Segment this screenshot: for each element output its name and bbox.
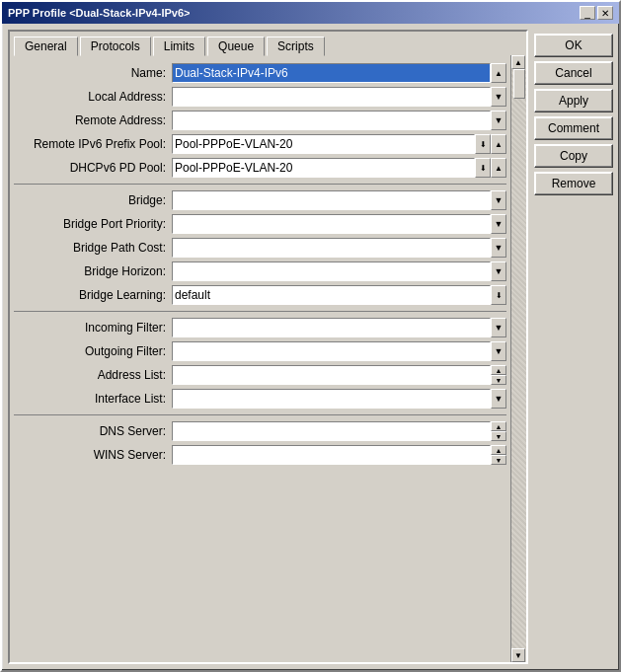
remote-address-dropdown[interactable]: ▼ [491, 111, 506, 130]
dns-server-input[interactable] [172, 421, 491, 441]
tab-scripts[interactable]: Scripts [267, 37, 325, 56]
remote-address-wrapper: ▼ [172, 111, 506, 130]
bridge-dropdown[interactable]: ▼ [491, 190, 506, 210]
name-input[interactable] [172, 63, 491, 83]
copy-button[interactable]: Copy [534, 144, 613, 168]
scrollbar: ▲ ▼ [510, 55, 526, 662]
interface-list-label: Interface List: [14, 392, 172, 406]
tab-limits[interactable]: Limits [153, 37, 205, 56]
bridge-port-priority-dropdown-icon: ▼ [495, 219, 504, 229]
remove-button[interactable]: Remove [534, 172, 613, 195]
address-list-up-btn[interactable]: ▲ [491, 365, 506, 375]
dns-server-down-icon: ▼ [496, 433, 503, 440]
name-up-btn[interactable]: ▲ [491, 63, 506, 83]
bridge-port-priority-wrapper: ▼ [172, 214, 506, 234]
remote-address-row: Remote Address: ▼ [14, 111, 506, 130]
incoming-filter-dropdown-icon: ▼ [495, 323, 504, 333]
window-title: PPP Profile <Dual-Stack-IPv4-IPv6> [8, 7, 190, 19]
separator-1 [14, 184, 506, 185]
remote-ipv6-up-btn[interactable]: ▲ [491, 134, 506, 154]
wins-server-up-btn[interactable]: ▲ [491, 445, 506, 455]
bridge-input[interactable] [172, 190, 491, 210]
dns-server-up-btn[interactable]: ▲ [491, 421, 506, 431]
outgoing-filter-input[interactable] [172, 341, 491, 361]
close-button[interactable]: ✕ [597, 6, 613, 20]
outgoing-filter-dropdown-icon: ▼ [495, 346, 504, 356]
separator-2 [14, 311, 506, 312]
bridge-horizon-row: Bridge Horizon: ▼ [14, 261, 506, 281]
bridge-port-priority-input[interactable] [172, 214, 491, 234]
address-list-down-icon: ▼ [496, 377, 503, 384]
interface-list-dropdown-icon: ▼ [495, 394, 504, 404]
bridge-row: Bridge: ▼ [14, 190, 506, 210]
interface-list-dropdown[interactable]: ▼ [491, 389, 506, 409]
remote-address-input[interactable] [172, 111, 491, 130]
wins-server-input[interactable] [172, 445, 491, 465]
local-address-wrapper: ▼ [172, 87, 506, 107]
tab-panel: Name: ▲ Local Address: [10, 55, 526, 662]
dns-server-row: DNS Server: ▲ ▼ [14, 421, 506, 441]
address-list-row: Address List: ▲ ▼ [14, 365, 506, 385]
bridge-wrapper: ▼ [172, 190, 506, 210]
bridge-learning-wrapper: ⬇ [172, 285, 506, 305]
address-list-down-btn[interactable]: ▼ [491, 375, 506, 385]
bridge-learning-dropdown[interactable]: ⬇ [491, 285, 506, 305]
scroll-down-btn[interactable]: ▼ [511, 648, 525, 662]
cancel-button[interactable]: Cancel [534, 61, 613, 85]
bridge-port-priority-row: Bridge Port Priority: ▼ [14, 214, 506, 234]
outgoing-filter-wrapper: ▼ [172, 341, 506, 361]
address-list-input[interactable] [172, 365, 491, 385]
bridge-horizon-dropdown[interactable]: ▼ [491, 261, 506, 281]
minimize-button[interactable]: _ [580, 6, 595, 20]
dhcpv6-up-btn[interactable]: ▲ [491, 158, 506, 178]
dhcpv6-dropdown-icon: ⬇ [480, 164, 487, 173]
title-buttons: _ ✕ [580, 6, 613, 20]
scroll-thumb[interactable] [513, 69, 525, 99]
apply-button[interactable]: Apply [534, 89, 613, 112]
scroll-track[interactable] [511, 69, 526, 648]
side-buttons: OK Cancel Apply Comment Copy Remove [534, 30, 613, 664]
incoming-filter-dropdown[interactable]: ▼ [491, 318, 506, 337]
bridge-horizon-label: Bridge Horizon: [14, 264, 172, 278]
remote-ipv6-dropdown[interactable]: ⬇ [475, 134, 491, 154]
dns-server-down-btn[interactable]: ▼ [491, 431, 506, 441]
bridge-label: Bridge: [14, 193, 172, 207]
tab-protocols[interactable]: Protocols [80, 37, 151, 56]
remote-ipv6-input[interactable] [172, 134, 475, 154]
address-list-up-icon: ▲ [496, 367, 503, 374]
dns-server-up-icon: ▲ [496, 423, 503, 430]
bridge-port-priority-dropdown[interactable]: ▼ [491, 214, 506, 234]
remote-ipv6-row: Remote IPv6 Prefix Pool: ⬇ ▲ [14, 134, 506, 154]
local-address-dropdown[interactable]: ▼ [491, 87, 506, 107]
scroll-down-icon: ▼ [514, 651, 522, 660]
content-area: General Protocols Limits Queue Scripts N… [2, 24, 619, 670]
bridge-path-cost-input[interactable] [172, 238, 491, 258]
dhcpv6-input[interactable] [172, 158, 475, 178]
incoming-filter-wrapper: ▼ [172, 318, 506, 337]
bridge-path-cost-dropdown[interactable]: ▼ [491, 238, 506, 258]
scroll-up-btn[interactable]: ▲ [511, 55, 525, 69]
tab-general[interactable]: General [14, 37, 78, 56]
interface-list-input[interactable] [172, 389, 491, 409]
incoming-filter-input[interactable] [172, 318, 491, 337]
local-address-input[interactable] [172, 87, 491, 107]
bridge-port-priority-label: Bridge Port Priority: [14, 217, 172, 231]
bridge-path-cost-dropdown-icon: ▼ [495, 243, 504, 253]
dhcpv6-dropdown[interactable]: ⬇ [475, 158, 491, 178]
wins-server-row: WINS Server: ▲ ▼ [14, 445, 506, 465]
address-list-label: Address List: [14, 368, 172, 382]
comment-button[interactable]: Comment [534, 116, 613, 140]
address-list-spin: ▲ ▼ [491, 365, 506, 385]
name-input-wrapper: ▲ [172, 63, 506, 83]
tab-queue[interactable]: Queue [207, 37, 265, 56]
bridge-learning-input[interactable] [172, 285, 491, 305]
dns-server-wrapper: ▲ ▼ [172, 421, 506, 441]
interface-list-row: Interface List: ▼ [14, 389, 506, 409]
outgoing-filter-row: Outgoing Filter: ▼ [14, 341, 506, 361]
bridge-dropdown-icon: ▼ [495, 195, 504, 205]
outgoing-filter-dropdown[interactable]: ▼ [491, 341, 506, 361]
ok-button[interactable]: OK [534, 34, 613, 57]
wins-server-spin: ▲ ▼ [491, 445, 506, 465]
wins-server-down-btn[interactable]: ▼ [491, 455, 506, 465]
bridge-horizon-input[interactable] [172, 261, 491, 281]
